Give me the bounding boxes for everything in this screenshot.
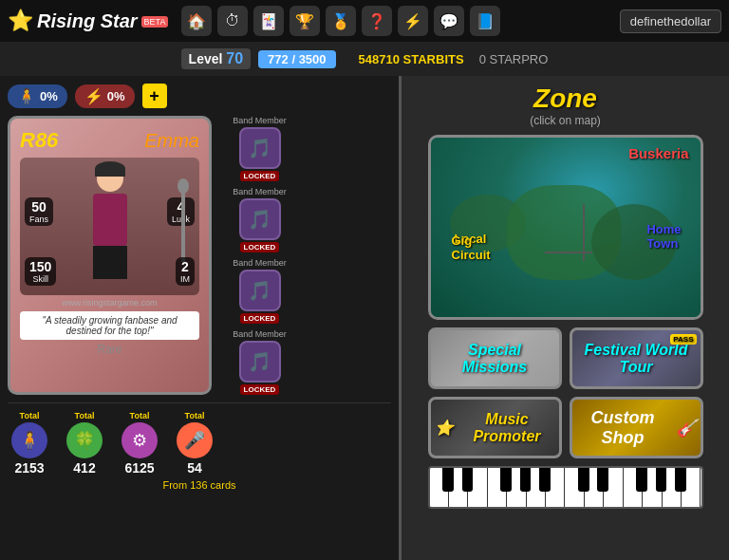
skill-total-icon: ⚙: [122, 422, 158, 458]
plus-button[interactable]: +: [142, 84, 167, 108]
home-nav-icon[interactable]: 🏠: [181, 6, 212, 36]
timer-nav-icon[interactable]: ⏱: [217, 6, 248, 36]
cards-nav-icon[interactable]: 🃏: [253, 6, 284, 36]
skill-total-value: 6125: [124, 460, 154, 476]
char-leg-right: [110, 246, 123, 279]
road-2: [545, 252, 592, 253]
character-figure: [82, 165, 139, 289]
band-icon-1[interactable]: 🎵: [239, 127, 281, 169]
piano-black-key-10[interactable]: [675, 468, 686, 492]
starpro-display: 0 STARPRO: [479, 52, 549, 66]
piano-key-4[interactable]: [488, 468, 507, 507]
card-header: R86 Emma: [20, 128, 199, 153]
fans-total-value: 2153: [14, 460, 44, 476]
total-fans: Total 🧍 2153: [11, 411, 47, 476]
total-fans-label: Total: [20, 411, 40, 420]
band-icon-3[interactable]: 🎵: [239, 270, 281, 311]
luck-total-icon: 🍀: [66, 422, 103, 458]
discord-nav-icon[interactable]: 💬: [434, 6, 464, 36]
user-badge[interactable]: definethedollar: [620, 9, 721, 33]
character-card: R86 Emma 50 Fans 4 Luck: [8, 116, 212, 395]
piano-black-key-4[interactable]: [520, 468, 532, 492]
im-stat-bubble: 2 IM: [176, 257, 195, 286]
piano-black-key-6[interactable]: [578, 468, 589, 492]
total-skill-label: Total: [130, 411, 150, 420]
band-members-panel: Band Member 🎵 LOCKED Band Member 🎵 LOCKE…: [219, 116, 300, 395]
trophy-nav-icon[interactable]: 🏆: [290, 6, 320, 36]
zone-title: Zone: [533, 84, 597, 114]
fans-stat-bubble: 50 Fans: [25, 197, 53, 226]
beta-badge: BETA: [141, 16, 169, 28]
microphone: [181, 186, 185, 262]
piano-black-key-2[interactable]: [462, 468, 474, 492]
piano-black-key-5[interactable]: [539, 468, 551, 492]
card-name: Emma: [144, 130, 199, 152]
skill-stat-bubble: 150 Skill: [25, 257, 56, 286]
card-quote: "A steadily growing fanbase and destined…: [20, 311, 199, 340]
piano-key-1[interactable]: [430, 468, 449, 507]
band-slot-1: Band Member 🎵 LOCKED: [219, 116, 300, 181]
special-missions-button[interactable]: Special Missions: [428, 327, 562, 389]
band-label-1: Band Member: [233, 116, 287, 125]
medal-nav-icon[interactable]: 🏅: [326, 6, 356, 36]
band-slot-4: Band Member 🎵 LOCKED: [219, 329, 300, 395]
starbits-display: 548710 STARBITS: [359, 52, 464, 66]
locked-badge-3: LOCKED: [240, 313, 280, 324]
festival-pass-badge: PASS: [670, 334, 696, 345]
piano-key-8[interactable]: [565, 468, 584, 507]
band-icon-4[interactable]: 🎵: [239, 341, 281, 383]
help-nav-icon[interactable]: ❓: [362, 6, 392, 36]
level-value: 70: [226, 50, 243, 66]
locked-badge-1: LOCKED: [240, 171, 280, 181]
energy-value: 0%: [40, 89, 58, 103]
char-leg-left: [93, 246, 106, 279]
piano-black-key-3[interactable]: [500, 468, 512, 492]
level-label: Level 70: [181, 48, 252, 69]
piano-strip: [428, 466, 703, 509]
festival-world-tour-button[interactable]: PASS Festival World Tour: [570, 327, 703, 389]
total-im-label: Total: [185, 411, 205, 420]
total-skill: Total ⚙ 6125: [122, 411, 158, 476]
im-total-icon: 🎤: [177, 422, 213, 458]
band-icon-2[interactable]: 🎵: [239, 198, 281, 240]
fans-total-icon: 🧍: [11, 422, 47, 458]
hive-nav-icon[interactable]: ⚡: [398, 6, 428, 36]
band-label-4: Band Member: [233, 329, 287, 339]
im-total-value: 54: [187, 460, 202, 476]
music-promoter-button[interactable]: ⭐ Music Promoter: [428, 397, 562, 458]
piano-black-key-8[interactable]: [636, 468, 647, 492]
band-slot-2: Band Member 🎵 LOCKED: [219, 187, 300, 252]
circuit-map-label: Gig Circuit: [452, 233, 491, 262]
stat-bars: 🧍 0% ⚡ 0% +: [8, 84, 391, 108]
card-image: 50 Fans 4 Luck: [20, 158, 199, 295]
right-panel: Zone (click on map) Buskeria Local Gig C…: [399, 76, 729, 560]
happiness-icon: ⚡: [84, 87, 103, 105]
total-im: Total 🎤 54: [177, 411, 213, 476]
xp-bar: 772 / 3500: [258, 50, 335, 68]
star-icon: ⭐: [8, 9, 33, 33]
char-hair: [95, 161, 125, 177]
mic-head: [178, 178, 189, 194]
top-nav: ⭐ Rising Star BETA 🏠 ⏱ 🃏 🏆 🏅 ❓ ⚡ 💬 📘 def…: [0, 0, 729, 42]
band-label-2: Band Member: [233, 187, 287, 196]
piano-black-key-1[interactable]: [442, 468, 454, 492]
hometown-map-label: Home Town: [646, 222, 681, 251]
left-panel: 🧍 0% ⚡ 0% + R86 Emma 50: [0, 76, 399, 560]
char-legs: [93, 246, 127, 279]
band-slot-3: Band Member 🎵 LOCKED: [219, 258, 300, 324]
zone-subtitle: (click on map): [530, 114, 601, 127]
card-area: R86 Emma 50 Fans 4 Luck: [8, 116, 391, 395]
app-title: Rising Star: [37, 10, 138, 32]
logo: ⭐ Rising Star BETA: [8, 9, 168, 33]
facebook-nav-icon[interactable]: 📘: [470, 6, 500, 36]
custom-shop-button[interactable]: Custom Shop 🎸: [570, 397, 703, 458]
from-cards-label: From 136 cards: [8, 479, 391, 491]
piano-black-key-7[interactable]: [597, 468, 608, 492]
piano-key-11[interactable]: [624, 468, 643, 507]
zone-map[interactable]: Buskeria Local Gig Circuit Home Town: [428, 135, 703, 320]
mission-buttons: Special Missions PASS Festival World Tou…: [428, 327, 703, 458]
char-head: [97, 165, 123, 192]
locked-badge-4: LOCKED: [240, 384, 280, 395]
card-website: www.risingstargame.com: [20, 298, 199, 308]
piano-black-key-9[interactable]: [656, 468, 667, 492]
